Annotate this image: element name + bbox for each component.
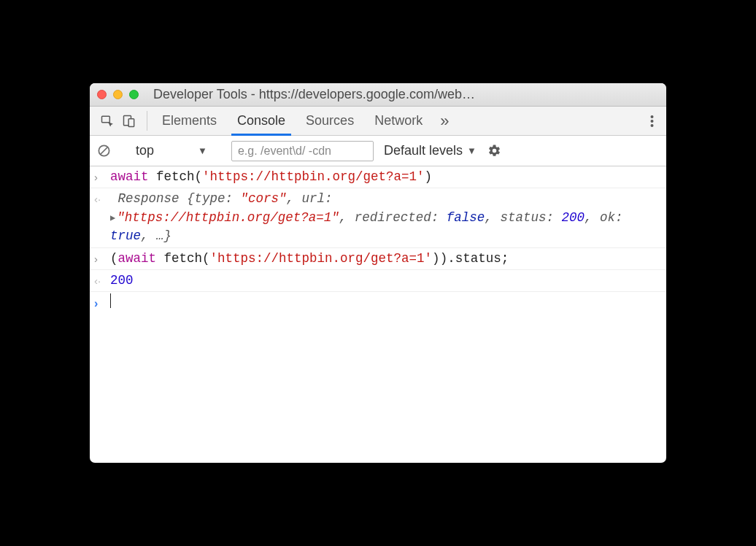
execution-context-select[interactable]: top ▼ — [128, 143, 215, 158]
log-levels-label: Default levels — [384, 143, 463, 158]
tab-elements[interactable]: Elements — [152, 107, 227, 135]
device-toolbar-icon[interactable] — [122, 114, 136, 128]
output-indicator-icon: ‹· — [94, 190, 110, 245]
close-window-button[interactable] — [97, 90, 107, 99]
console-settings-button[interactable] — [487, 143, 503, 159]
tabs-overflow-button[interactable]: » — [433, 107, 456, 135]
console-output-row: ‹· Response {type: "cors", url: ▶"https:… — [90, 188, 666, 247]
svg-point-3 — [650, 115, 653, 118]
console-code[interactable]: (await fetch('https://httpbin.org/get?a=… — [110, 250, 660, 268]
console-prompt-input[interactable] — [110, 293, 660, 312]
svg-rect-2 — [128, 118, 134, 126]
console-code[interactable]: await fetch('https://httpbin.org/get?a=1… — [110, 168, 660, 186]
console-prompt-row[interactable]: › — [90, 292, 666, 313]
console-result-object[interactable]: Response {type: "cors", url: ▶"https://h… — [110, 190, 660, 245]
clear-console-button[interactable] — [96, 143, 112, 159]
devtools-menu-button[interactable] — [641, 107, 662, 135]
devtools-tabbar: Elements Console Sources Network » — [90, 107, 666, 136]
prompt-indicator-icon: › — [94, 293, 110, 312]
expand-triangle-icon[interactable]: ▶ — [110, 212, 115, 225]
inspect-element-icon[interactable] — [100, 114, 115, 128]
window-title: Developer Tools - https://developers.goo… — [144, 87, 659, 102]
chevron-down-icon: ▼ — [198, 145, 207, 156]
svg-point-5 — [650, 124, 653, 127]
console-toolbar: top ▼ Default levels ▼ — [90, 136, 666, 166]
input-indicator-icon: › — [94, 168, 110, 186]
console-result-value[interactable]: 200 — [110, 272, 660, 290]
text-cursor — [110, 293, 111, 308]
devtools-window: Developer Tools - https://developers.goo… — [90, 83, 666, 463]
traffic-lights — [97, 90, 139, 99]
log-levels-select[interactable]: Default levels ▼ — [379, 143, 481, 158]
tab-network[interactable]: Network — [364, 107, 433, 135]
svg-rect-0 — [102, 116, 110, 122]
titlebar[interactable]: Developer Tools - https://developers.goo… — [90, 83, 666, 107]
tab-console[interactable]: Console — [227, 107, 296, 135]
console-output-row: ‹· 200 — [90, 270, 666, 292]
console-input-row: › await fetch('https://httpbin.org/get?a… — [90, 166, 666, 188]
console-filter-input[interactable] — [231, 141, 374, 161]
output-indicator-icon: ‹· — [94, 272, 110, 290]
console-output[interactable]: › await fetch('https://httpbin.org/get?a… — [90, 166, 666, 463]
minimize-window-button[interactable] — [113, 90, 123, 99]
tab-sources[interactable]: Sources — [296, 107, 364, 135]
execution-context-value: top — [136, 143, 154, 158]
console-input-row: › (await fetch('https://httpbin.org/get?… — [90, 248, 666, 270]
chevron-down-icon: ▼ — [467, 145, 477, 156]
input-indicator-icon: › — [94, 250, 110, 268]
svg-point-4 — [650, 120, 653, 123]
svg-line-7 — [100, 147, 107, 155]
divider — [147, 111, 147, 131]
zoom-window-button[interactable] — [129, 90, 139, 99]
